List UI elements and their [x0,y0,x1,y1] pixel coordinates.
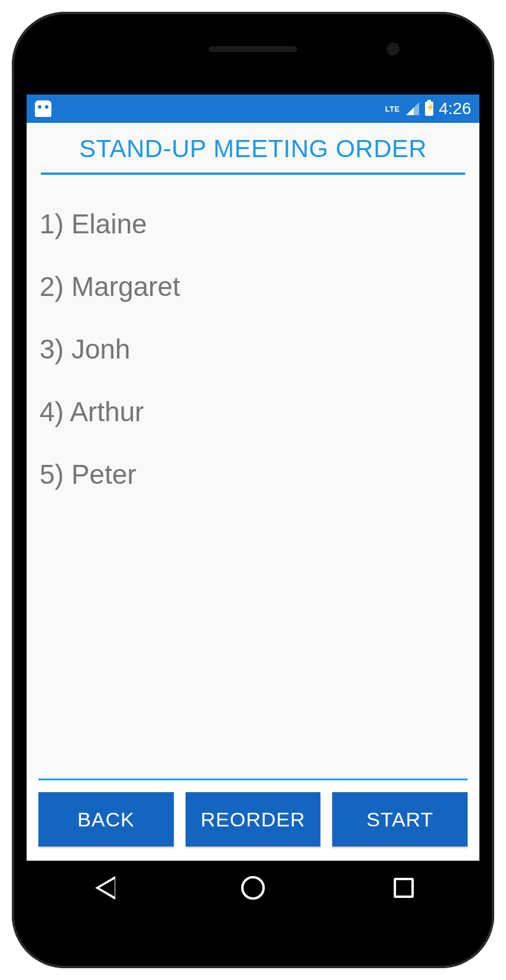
battery-charging-icon [425,102,433,116]
meeting-order-list: 1) Elaine 2) Margaret 3) Jonh 4) Arthur … [38,193,468,779]
screen: LTE 4:26 STAND-UP MEETING ORDER 1) Elain… [27,95,479,915]
back-button[interactable]: BACK [38,792,174,846]
clock-time: 4:26 [439,99,472,118]
nav-recent-button[interactable] [391,875,416,900]
recent-square-icon [394,878,414,898]
debug-icon [35,100,51,117]
phone-speaker [209,46,297,52]
nav-home-button[interactable] [241,875,265,900]
phone-camera [387,43,400,56]
bottom-divider [38,779,468,780]
list-item: 3) Jonh [40,318,466,380]
main-content: STAND-UP MEETING ORDER 1) Elaine 2) Marg… [27,123,479,779]
title-divider [41,172,465,175]
status-left [35,100,51,117]
phone-frame: LTE 4:26 STAND-UP MEETING ORDER 1) Elain… [12,12,494,968]
navigation-bar [27,861,479,915]
nav-back-button[interactable] [90,875,115,900]
network-label: LTE [385,105,400,113]
list-item: 5) Peter [40,443,466,506]
bottom-section: BACK REORDER START [27,779,479,861]
list-item: 1) Elaine [40,193,466,255]
reorder-button[interactable]: REORDER [186,792,321,846]
page-title: STAND-UP MEETING ORDER [38,123,468,172]
list-item: 4) Arthur [40,380,466,443]
status-bar: LTE 4:26 [27,95,479,123]
button-row: BACK REORDER START [38,792,468,861]
signal-icon [406,102,419,115]
start-button[interactable]: START [332,792,468,846]
back-triangle-icon [92,876,112,900]
list-item: 2) Margaret [40,255,466,318]
status-right: LTE 4:26 [385,99,471,118]
home-circle-icon [241,876,265,900]
